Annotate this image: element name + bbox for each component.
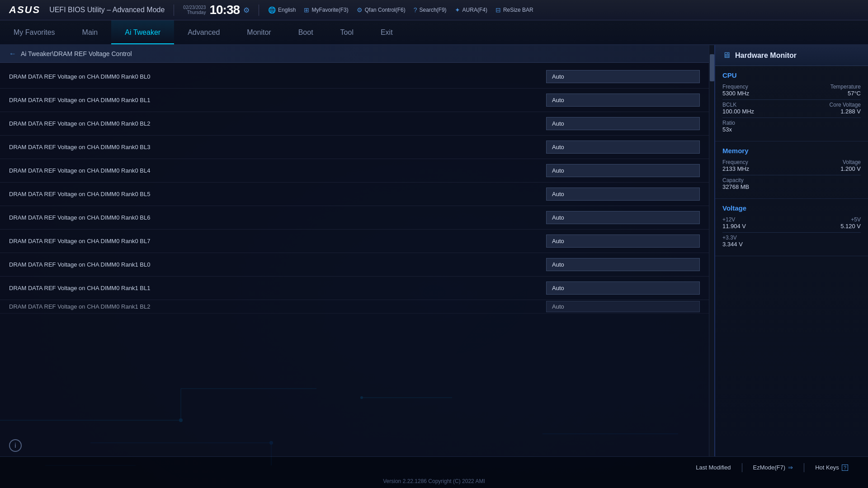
- setting-label-6: DRAM DATA REF Voltage on CHA DIMM0 Rank0…: [9, 214, 546, 221]
- last-modified-label: Last Modified: [696, 464, 731, 471]
- scrollbar-thumb[interactable]: [710, 54, 714, 81]
- search-icon: ?: [414, 6, 417, 14]
- table-row: DRAM DATA REF Voltage on CHA DIMM0 Rank0…: [0, 206, 709, 230]
- v12-label: +12V: [722, 216, 746, 223]
- v33-value: 3.344 V: [722, 241, 743, 248]
- hardware-monitor-panel: 🖥 Hardware Monitor CPU Frequency 5300 MH…: [714, 45, 868, 456]
- memory-divider: [722, 175, 861, 175]
- hotkeys-btn[interactable]: Hot Keys ?: [804, 460, 859, 474]
- setting-label-1: DRAM DATA REF Voltage on CHA DIMM0 Rank0…: [9, 97, 546, 103]
- cpu-divider-1: [722, 99, 861, 100]
- table-row: DRAM DATA REF Voltage on CHA DIMM0 Rank0…: [0, 230, 709, 253]
- tab-main[interactable]: Main: [69, 20, 112, 44]
- header-bar: ASUS UEFI BIOS Utility – Advanced Mode 0…: [0, 0, 868, 20]
- search-btn[interactable]: ? Search(F9): [414, 6, 447, 14]
- tab-exit[interactable]: Exit: [367, 20, 406, 44]
- table-row: DRAM DATA REF Voltage on CHA DIMM0 Rank0…: [0, 112, 709, 136]
- setting-label-2: DRAM DATA REF Voltage on CHA DIMM0 Rank0…: [9, 120, 546, 127]
- tab-boot[interactable]: Boot: [285, 20, 327, 44]
- table-row: DRAM DATA REF Voltage on CHA DIMM0 Rank1…: [0, 253, 709, 277]
- setting-value-8[interactable]: Auto: [546, 258, 700, 271]
- memory-capacity-label: Capacity: [722, 177, 749, 183]
- footer: Last Modified EzMode(F7) ⇒ Hot Keys ? Ve…: [0, 456, 868, 488]
- date-display: 02/23/2023: [183, 5, 206, 10]
- language-btn[interactable]: 🌐 English: [268, 6, 296, 14]
- v33-row: +3.3V 3.344 V: [722, 235, 861, 248]
- tab-my-favorites[interactable]: My Favorites: [0, 20, 69, 44]
- memory-frequency-row: Frequency 2133 MHz Voltage 1.200 V: [722, 159, 861, 172]
- main-content: ← Ai Tweaker\DRAM REF Voltage Control DR…: [0, 45, 709, 456]
- v33-label: +3.3V: [722, 235, 743, 241]
- memory-voltage-value: 1.200 V: [840, 165, 861, 172]
- scrollbar-track[interactable]: [709, 45, 714, 456]
- aura-btn[interactable]: ✦ AURA(F4): [455, 6, 487, 14]
- last-modified-btn[interactable]: Last Modified: [685, 460, 741, 474]
- left-content: ← Ai Tweaker\DRAM REF Voltage Control DR…: [0, 45, 714, 456]
- cpu-frequency-value: 5300 MHz: [722, 90, 749, 97]
- resize-bar-btn[interactable]: ⊟ ReSize BAR: [495, 6, 533, 14]
- asus-logo: ASUS: [9, 4, 40, 16]
- day-display: Thursday: [187, 10, 206, 15]
- setting-label-8: DRAM DATA REF Voltage on CHA DIMM0 Rank1…: [9, 261, 546, 268]
- header-controls: 🌐 English ⊞ MyFavorite(F3) ⚙ Qfan Contro…: [268, 6, 859, 14]
- myfavorite-label: MyFavorite(F3): [311, 7, 348, 13]
- setting-value-3[interactable]: Auto: [546, 141, 700, 154]
- setting-label-4: DRAM DATA REF Voltage on CHA DIMM0 Rank0…: [9, 167, 546, 174]
- info-icon[interactable]: i: [9, 439, 22, 452]
- header-divider-1: [174, 5, 174, 16]
- setting-value-9[interactable]: Auto: [546, 282, 700, 295]
- settings-gear-icon[interactable]: ⚙: [243, 6, 250, 14]
- setting-value-2[interactable]: Auto: [546, 117, 700, 130]
- info-icon-area: i: [0, 435, 709, 456]
- cpu-bclk-row: BCLK 100.00 MHz Core Voltage 1.288 V: [722, 102, 861, 115]
- hw-monitor-title: Hardware Monitor: [735, 52, 797, 60]
- v12-row: +12V 11.904 V +5V 5.120 V: [722, 216, 861, 230]
- setting-label-0: DRAM DATA REF Voltage on CHA DIMM0 Rank0…: [9, 73, 546, 80]
- cpu-frequency-label: Frequency: [722, 84, 749, 90]
- setting-label-3: DRAM DATA REF Voltage on CHA DIMM0 Rank0…: [9, 144, 546, 150]
- breadcrumb-text: Ai Tweaker\DRAM REF Voltage Control: [21, 50, 132, 57]
- setting-value-6[interactable]: Auto: [546, 211, 700, 224]
- cpu-ratio-value: 53x: [722, 126, 735, 133]
- ezmode-icon: ⇒: [788, 464, 793, 471]
- v5-label: +5V: [840, 216, 861, 223]
- content-wrapper: ← Ai Tweaker\DRAM REF Voltage Control DR…: [0, 45, 868, 456]
- fan-icon: ⚙: [357, 6, 363, 14]
- hotkeys-label: Hot Keys: [815, 464, 839, 471]
- setting-value-4[interactable]: Auto: [546, 164, 700, 177]
- cpu-section-title: CPU: [722, 71, 861, 79]
- nav-tabs: My Favorites Main Ai Tweaker Advanced Mo…: [0, 20, 868, 45]
- tab-tool[interactable]: Tool: [327, 20, 367, 44]
- back-arrow-icon[interactable]: ←: [9, 50, 16, 58]
- table-row: DRAM DATA REF Voltage on CHA DIMM0 Rank0…: [0, 159, 709, 183]
- hotkeys-icon: ?: [842, 465, 848, 471]
- cpu-core-voltage-label: Core Voltage: [830, 102, 861, 108]
- table-row: DRAM DATA REF Voltage on CHA DIMM0 Rank0…: [0, 183, 709, 206]
- setting-label-partial: DRAM DATA REF Voltage on CHA DIMM0 Rank1…: [9, 303, 546, 310]
- ezmode-btn[interactable]: EzMode(F7) ⇒: [742, 460, 804, 474]
- qfan-btn[interactable]: ⚙ Qfan Control(F6): [357, 6, 406, 14]
- setting-label-9: DRAM DATA REF Voltage on CHA DIMM0 Rank1…: [9, 285, 546, 291]
- cpu-divider-2: [722, 117, 861, 118]
- cpu-core-voltage-value: 1.288 V: [830, 108, 861, 115]
- tab-monitor[interactable]: Monitor: [233, 20, 284, 44]
- memory-capacity-row: Capacity 32768 MB: [722, 177, 861, 190]
- search-label: Search(F9): [420, 7, 447, 13]
- setting-value-1[interactable]: Auto: [546, 94, 700, 107]
- voltage-divider: [722, 232, 861, 233]
- table-row: DRAM DATA REF Voltage on CHA DIMM0 Rank1…: [0, 277, 709, 300]
- setting-value-0[interactable]: Auto: [546, 70, 700, 83]
- tab-ai-tweaker[interactable]: Ai Tweaker: [111, 20, 174, 44]
- cpu-temperature-label: Temperature: [830, 84, 861, 90]
- setting-value-5[interactable]: Auto: [546, 188, 700, 201]
- setting-value-partial[interactable]: Auto: [546, 301, 700, 312]
- resize-label: ReSize BAR: [503, 7, 533, 13]
- tab-advanced[interactable]: Advanced: [174, 20, 233, 44]
- datetime-section: 02/23/2023 Thursday 10:38 ⚙: [183, 3, 250, 17]
- table-row: DRAM DATA REF Voltage on CHA DIMM0 Rank0…: [0, 136, 709, 159]
- myfavorite-btn[interactable]: ⊞ MyFavorite(F3): [304, 6, 348, 14]
- cpu-ratio-row: Ratio 53x: [722, 120, 861, 133]
- setting-label-5: DRAM DATA REF Voltage on CHA DIMM0 Rank0…: [9, 191, 546, 197]
- memory-frequency-label: Frequency: [722, 159, 749, 165]
- setting-value-7[interactable]: Auto: [546, 235, 700, 248]
